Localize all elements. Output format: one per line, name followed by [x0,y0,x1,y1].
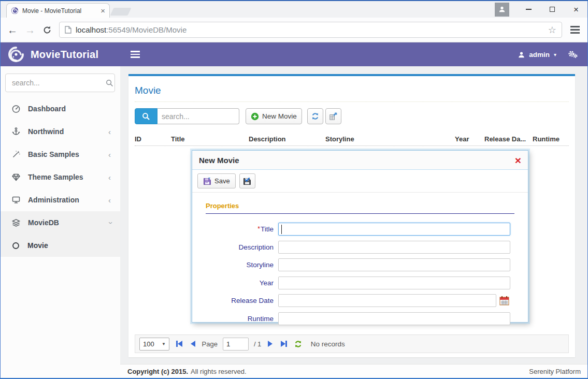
dialog-title: New Movie [199,156,239,165]
sidebar-search-input[interactable] [12,79,106,87]
column-header-id[interactable]: ID [135,135,171,143]
maximize-button[interactable] [540,1,564,18]
column-header-release-date[interactable]: Release Da... [484,135,533,143]
user-menu[interactable]: admin [529,51,550,59]
prev-page-button[interactable] [189,341,197,347]
page-icon [65,26,71,34]
column-header-title[interactable]: Title [171,135,249,143]
brand-area[interactable]: MovieTutorial [0,46,120,63]
storyline-input[interactable] [278,258,510,271]
first-page-button[interactable] [175,341,184,347]
plus-circle-icon [251,112,259,121]
url-path: :56549/MovieDB/Movie [106,25,187,34]
column-header-year[interactable]: Year [455,135,484,143]
grid-toolbar: New Movie [135,108,569,124]
year-input[interactable] [278,276,510,289]
minimize-button[interactable] [517,1,540,18]
column-header-storyline[interactable]: Storyline [325,135,455,143]
sidebar-item-administration[interactable]: Administration ‹ [0,188,120,211]
refresh-button[interactable] [307,108,323,124]
url-host: localhost [76,25,106,34]
page-number-input[interactable] [223,338,249,351]
save-label: Save [214,177,230,185]
export-excel-button[interactable] [325,108,341,124]
last-page-button[interactable] [279,341,289,347]
copyright-text: Copyright (c) 2015. [127,368,188,375]
field-label-storyline: Storyline [206,261,278,269]
tab-close-icon[interactable]: × [101,7,105,14]
text-cursor [281,225,282,234]
field-label-release-date: Release Date [206,297,278,304]
records-status: No records [311,340,345,348]
sidebar-item-label: Administration [28,196,79,204]
browser-tab[interactable]: Movie - MovieTutorial × [6,3,110,18]
circle-icon [11,241,20,250]
chevron-down-icon: ‹ [105,222,114,224]
sidebar-toggle-icon[interactable] [131,51,140,58]
bookmark-star-icon[interactable]: ☆ [548,24,556,36]
grid-column-headers: ID Title Description Storyline Year Rele… [135,133,569,146]
close-button[interactable]: × [564,1,588,18]
field-label-title: *Title [206,225,278,233]
field-label-runtime: Runtime [206,315,278,323]
sidebar-item-label: Theme Samples [28,173,83,181]
calendar-icon[interactable] [499,295,510,306]
sidebar-item-moviedb[interactable]: MovieDB ‹ [0,211,120,234]
required-mark: * [257,225,260,232]
new-movie-dialog: New Movie × Save Properties *Title Descr… [192,150,528,323]
page-size-select[interactable]: 100 ▼ [139,338,169,351]
apply-changes-button[interactable] [239,173,255,188]
column-header-runtime[interactable]: Runtime [533,135,569,143]
chevron-left-icon: ‹ [108,173,111,182]
pagination-bar: 100 ▼ Page / 1 No records [135,334,569,353]
runtime-input[interactable] [278,312,510,325]
browser-menu-icon[interactable] [569,24,581,36]
category-title: Properties [206,202,514,210]
sidebar-item-movie[interactable]: Movie [0,234,120,257]
sidebar-item-label: Basic Samples [28,150,79,158]
save-button[interactable]: Save [197,173,236,188]
title-separator [135,101,569,102]
maximize-icon [550,7,555,12]
diamond-icon [11,172,21,182]
sidebar-search[interactable] [5,74,115,92]
anchor-icon [11,127,21,136]
search-icon [106,79,113,87]
sidebar-item-dashboard[interactable]: Dashboard [0,97,120,120]
desktop-icon [11,195,21,205]
chevron-left-icon: ‹ [108,196,111,205]
url-bar[interactable]: localhost:56549/MovieDB/Movie ☆ [59,22,562,38]
sidebar-item-basic-samples[interactable]: Basic Samples ‹ [0,143,120,166]
save-disk-icon [203,177,211,185]
column-header-description[interactable]: Description [249,135,325,143]
layers-icon [11,218,21,227]
app-footer: Copyright (c) 2015. All rights reserved.… [120,364,588,378]
rights-text: All rights reserved. [191,368,247,375]
new-movie-label: New Movie [262,112,297,120]
new-tab-button[interactable] [110,8,132,16]
back-button[interactable]: ← [7,25,18,35]
grid-refresh-icon[interactable] [294,340,303,348]
chevron-left-icon: ‹ [108,150,111,159]
grid-search-input[interactable] [157,108,239,124]
title-input[interactable] [278,223,510,236]
sidebar-item-northwind[interactable]: Northwind ‹ [0,120,120,143]
next-page-button[interactable] [266,341,274,347]
sidebar-item-label: MovieDB [28,218,59,227]
description-input[interactable] [278,241,510,254]
new-movie-button[interactable]: New Movie [246,108,302,124]
release-date-input[interactable] [278,294,496,307]
reload-button[interactable] [42,25,52,35]
dialog-titlebar[interactable]: New Movie × [192,151,528,170]
dialog-close-icon[interactable]: × [515,155,521,166]
sidebar: Dashboard Northwind ‹ Basic Samples ‹ [0,66,120,378]
serenity-logo-icon [7,46,25,63]
field-label-year: Year [206,279,278,287]
sidebar-item-label: Dashboard [28,105,66,113]
settings-gears-icon[interactable] [568,50,578,59]
browser-profile-button[interactable] [495,3,509,17]
grid-search-button[interactable] [135,108,157,124]
sidebar-item-theme-samples[interactable]: Theme Samples ‹ [0,166,120,188]
forward-button[interactable]: → [25,25,35,35]
brand-text-tutorial: Tutorial [61,49,98,60]
